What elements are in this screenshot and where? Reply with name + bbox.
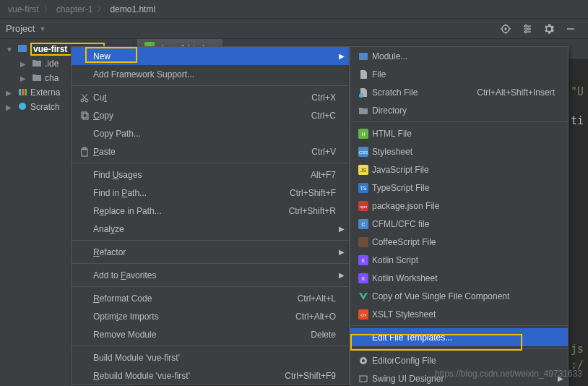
menu-label: Refactor (92, 247, 336, 257)
menu-item[interactable]: KKotlin Script (350, 251, 568, 269)
menu-item[interactable]: PasteCtrl+V (72, 142, 349, 160)
directory-icon (356, 106, 371, 116)
minimize-icon[interactable] (565, 23, 576, 35)
sliders-icon[interactable] (522, 23, 533, 35)
menu-item[interactable]: </>XSLT Stylesheet (350, 305, 568, 323)
menu-label: Module... (371, 51, 555, 61)
menu-label: Copy Path... (92, 129, 336, 139)
menu-item[interactable]: CoffeeScript File (350, 233, 568, 251)
breadcrumb-seg[interactable]: chapter-1 (56, 4, 93, 14)
menu-item[interactable]: EditorConfig File (350, 351, 568, 369)
menu-item[interactable]: Replace in Path...Ctrl+Shift+R (72, 202, 349, 220)
menu-label: Copy (92, 111, 311, 121)
submenu-arrow-icon: ▶ (339, 271, 345, 279)
menu-item[interactable]: Module... (350, 47, 568, 65)
menu-shortcut: Ctrl+C (311, 111, 336, 121)
menu-item[interactable]: Copy of Vue Single File Component (350, 287, 568, 305)
menu-item[interactable]: JSJavaScript File (350, 160, 568, 179)
menu-item[interactable]: Add to Favorites▶ (72, 266, 349, 284)
menu-label: Add to Favorites (92, 270, 336, 280)
svg-rect-14 (18, 45, 27, 52)
kotlin-icon: K (356, 255, 371, 265)
menu-item[interactable]: npmpackage.json File (350, 197, 568, 215)
menu-item[interactable]: Find in Path...Ctrl+Shift+F (72, 184, 349, 202)
coffee-icon (356, 237, 371, 247)
menu-separator (72, 263, 349, 264)
menu-item[interactable]: CopyCtrl+C (72, 106, 349, 124)
menu-label: Find in Path... (92, 188, 290, 198)
menu-item[interactable]: Refactor▶ (72, 243, 349, 261)
chevron-down-icon: ▼ (6, 46, 14, 53)
module-icon (17, 43, 27, 56)
svg-point-7 (525, 25, 527, 27)
code-fragment: "U (571, 85, 584, 98)
folder-icon (32, 72, 42, 85)
svg-text:TS: TS (360, 186, 367, 191)
html-icon: H (356, 129, 371, 139)
svg-rect-25 (82, 112, 87, 118)
menu-label: Edit File Templates... (371, 333, 555, 343)
menu-shortcut: Ctrl+X (311, 93, 336, 103)
svg-rect-26 (83, 113, 88, 119)
svg-rect-52 (360, 376, 367, 382)
code-fragment: js (571, 343, 584, 356)
menu-separator (72, 286, 349, 287)
menu-item[interactable]: CCFML/CFC file (350, 215, 568, 233)
svg-point-12 (548, 27, 550, 30)
kotlin-icon: K (356, 273, 371, 283)
menu-item[interactable]: Reformat CodeCtrl+Alt+L (72, 289, 349, 307)
menu-item[interactable]: Add Framework Support... (72, 65, 349, 83)
ts-icon: TS (356, 183, 371, 193)
chevron-right-icon: ▶ (6, 103, 14, 111)
breadcrumb-seg[interactable]: vue-first (8, 4, 39, 14)
menu-item[interactable]: Rebuild Module 'vue-first'Ctrl+Shift+F9 (72, 366, 349, 385)
menu-label: TypeScript File (371, 183, 555, 193)
menu-item[interactable]: Optimize ImportsCtrl+Alt+O (72, 307, 349, 325)
svg-text:H: H (361, 132, 365, 137)
swing-icon (356, 374, 371, 384)
menu-label: CFML/CFC file (371, 219, 555, 229)
libraries-icon (17, 87, 27, 99)
menu-separator (350, 348, 568, 349)
menu-shortcut: Ctrl+Shift+R (289, 206, 336, 216)
menu-item[interactable]: CutCtrl+X (72, 88, 349, 106)
chevron-right-icon: ▶ (20, 60, 29, 68)
menu-item[interactable]: Find UsagesAlt+F7 (72, 166, 349, 184)
menu-label: Add Framework Support... (92, 69, 336, 80)
menu-item[interactable]: CSSStylesheet (350, 142, 568, 160)
menu-item[interactable]: Edit File Templates... (350, 328, 568, 346)
target-icon[interactable] (500, 23, 511, 35)
menu-item[interactable]: Copy Path... (72, 124, 349, 142)
copy-icon (77, 111, 92, 121)
submenu-arrow-icon: ▶ (339, 248, 345, 256)
breadcrumb-seg[interactable]: demo1.html (110, 4, 155, 14)
svg-point-51 (362, 359, 365, 362)
chevron-right-icon: ▶ (6, 89, 14, 97)
menu-label: Remove Module (92, 330, 311, 340)
menu-item[interactable]: New▶ (72, 47, 349, 65)
menu-item[interactable]: Remove ModuleDelete (72, 325, 349, 343)
svg-point-9 (528, 27, 530, 30)
svg-text:</>: </> (360, 313, 367, 317)
menu-label: File (371, 69, 555, 80)
menu-item[interactable]: Build Module 'vue-first' (72, 348, 349, 366)
svg-rect-43 (358, 237, 368, 247)
pkg-icon: npm (356, 201, 371, 211)
menu-item[interactable]: TSTypeScript File (350, 179, 568, 197)
project-panel-title[interactable]: Project ▼ (6, 23, 46, 34)
menu-item[interactable]: HHTML File (350, 124, 568, 142)
cut-icon (77, 93, 92, 103)
menu-label: CoffeeScript File (371, 237, 555, 247)
menu-label: JavaScript File (371, 165, 555, 175)
menu-label: Kotlin Worksheet (371, 273, 555, 283)
menu-shortcut: Ctrl+Alt+L (298, 293, 336, 304)
menu-item[interactable]: KKotlin Worksheet (350, 269, 568, 287)
gear-icon[interactable] (543, 23, 555, 35)
menu-item[interactable]: Directory (350, 101, 568, 119)
menu-label: HTML File (371, 129, 555, 139)
menu-item[interactable]: Scratch FileCtrl+Alt+Shift+Insert (350, 83, 568, 101)
menu-item[interactable]: Analyze▶ (72, 220, 349, 238)
context-menu: New▶Add Framework Support...CutCtrl+XCop… (71, 46, 350, 385)
menu-item[interactable]: File (350, 65, 568, 83)
submenu-arrow-icon: ▶ (339, 52, 345, 60)
